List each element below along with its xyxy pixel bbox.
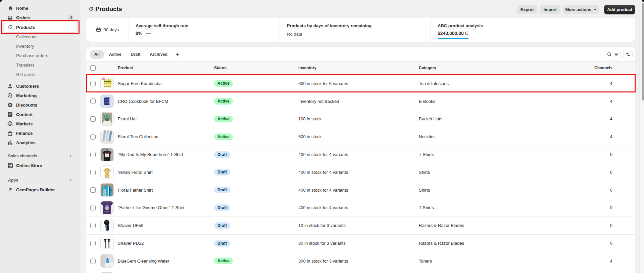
- svg-text:$: $: [11, 124, 12, 126]
